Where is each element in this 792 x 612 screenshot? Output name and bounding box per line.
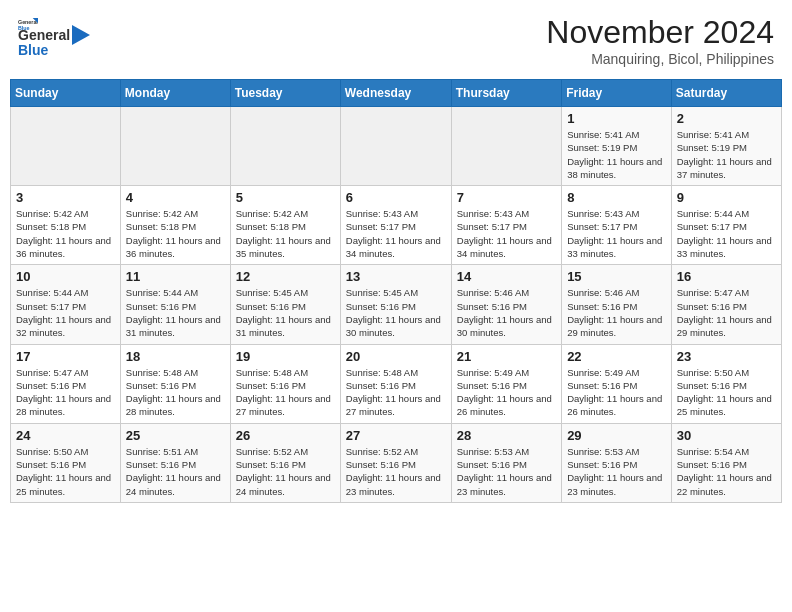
weekday-header: Friday (562, 80, 672, 107)
calendar-cell: 25Sunrise: 5:51 AMSunset: 5:16 PMDayligh… (120, 423, 230, 502)
calendar-cell: 22Sunrise: 5:49 AMSunset: 5:16 PMDayligh… (562, 344, 672, 423)
day-info: Sunrise: 5:42 AMSunset: 5:18 PMDaylight:… (236, 207, 335, 260)
day-info: Sunrise: 5:43 AMSunset: 5:17 PMDaylight:… (567, 207, 666, 260)
day-info: Sunrise: 5:47 AMSunset: 5:16 PMDaylight:… (677, 286, 776, 339)
day-number: 22 (567, 349, 666, 364)
day-number: 17 (16, 349, 115, 364)
calendar-cell: 28Sunrise: 5:53 AMSunset: 5:16 PMDayligh… (451, 423, 561, 502)
day-info: Sunrise: 5:45 AMSunset: 5:16 PMDaylight:… (346, 286, 446, 339)
calendar-cell: 4Sunrise: 5:42 AMSunset: 5:18 PMDaylight… (120, 186, 230, 265)
weekday-header: Monday (120, 80, 230, 107)
day-number: 2 (677, 111, 776, 126)
day-number: 7 (457, 190, 556, 205)
calendar-cell: 23Sunrise: 5:50 AMSunset: 5:16 PMDayligh… (671, 344, 781, 423)
calendar-cell: 15Sunrise: 5:46 AMSunset: 5:16 PMDayligh… (562, 265, 672, 344)
calendar-cell: 27Sunrise: 5:52 AMSunset: 5:16 PMDayligh… (340, 423, 451, 502)
calendar-cell: 11Sunrise: 5:44 AMSunset: 5:16 PMDayligh… (120, 265, 230, 344)
calendar-week-row: 24Sunrise: 5:50 AMSunset: 5:16 PMDayligh… (11, 423, 782, 502)
day-number: 16 (677, 269, 776, 284)
calendar-cell (340, 107, 451, 186)
day-number: 9 (677, 190, 776, 205)
day-info: Sunrise: 5:53 AMSunset: 5:16 PMDaylight:… (457, 445, 556, 498)
day-number: 1 (567, 111, 666, 126)
logo: General Blue General Blue (18, 14, 90, 59)
day-info: Sunrise: 5:50 AMSunset: 5:16 PMDaylight:… (16, 445, 115, 498)
calendar-cell: 19Sunrise: 5:48 AMSunset: 5:16 PMDayligh… (230, 344, 340, 423)
calendar-cell: 26Sunrise: 5:52 AMSunset: 5:16 PMDayligh… (230, 423, 340, 502)
calendar-cell: 2Sunrise: 5:41 AMSunset: 5:19 PMDaylight… (671, 107, 781, 186)
calendar-week-row: 10Sunrise: 5:44 AMSunset: 5:17 PMDayligh… (11, 265, 782, 344)
calendar-cell: 21Sunrise: 5:49 AMSunset: 5:16 PMDayligh… (451, 344, 561, 423)
month-title: November 2024 (546, 14, 774, 51)
day-number: 28 (457, 428, 556, 443)
svg-marker-3 (72, 25, 90, 45)
day-info: Sunrise: 5:43 AMSunset: 5:17 PMDaylight:… (346, 207, 446, 260)
day-info: Sunrise: 5:45 AMSunset: 5:16 PMDaylight:… (236, 286, 335, 339)
page-header: General Blue General Blue November 2024 … (10, 10, 782, 71)
day-number: 18 (126, 349, 225, 364)
day-number: 4 (126, 190, 225, 205)
calendar-cell: 6Sunrise: 5:43 AMSunset: 5:17 PMDaylight… (340, 186, 451, 265)
calendar-cell: 20Sunrise: 5:48 AMSunset: 5:16 PMDayligh… (340, 344, 451, 423)
day-info: Sunrise: 5:44 AMSunset: 5:17 PMDaylight:… (16, 286, 115, 339)
day-info: Sunrise: 5:44 AMSunset: 5:16 PMDaylight:… (126, 286, 225, 339)
day-info: Sunrise: 5:41 AMSunset: 5:19 PMDaylight:… (677, 128, 776, 181)
weekday-header: Saturday (671, 80, 781, 107)
calendar-cell: 16Sunrise: 5:47 AMSunset: 5:16 PMDayligh… (671, 265, 781, 344)
weekday-header: Sunday (11, 80, 121, 107)
calendar-cell: 24Sunrise: 5:50 AMSunset: 5:16 PMDayligh… (11, 423, 121, 502)
calendar-cell: 13Sunrise: 5:45 AMSunset: 5:16 PMDayligh… (340, 265, 451, 344)
day-info: Sunrise: 5:52 AMSunset: 5:16 PMDaylight:… (346, 445, 446, 498)
day-number: 24 (16, 428, 115, 443)
day-number: 21 (457, 349, 556, 364)
weekday-header: Tuesday (230, 80, 340, 107)
calendar-week-row: 1Sunrise: 5:41 AMSunset: 5:19 PMDaylight… (11, 107, 782, 186)
logo-blue: Blue (18, 43, 70, 58)
calendar-cell: 9Sunrise: 5:44 AMSunset: 5:17 PMDaylight… (671, 186, 781, 265)
calendar-cell: 30Sunrise: 5:54 AMSunset: 5:16 PMDayligh… (671, 423, 781, 502)
day-info: Sunrise: 5:42 AMSunset: 5:18 PMDaylight:… (126, 207, 225, 260)
calendar-cell: 3Sunrise: 5:42 AMSunset: 5:18 PMDaylight… (11, 186, 121, 265)
day-info: Sunrise: 5:51 AMSunset: 5:16 PMDaylight:… (126, 445, 225, 498)
day-info: Sunrise: 5:49 AMSunset: 5:16 PMDaylight:… (457, 366, 556, 419)
calendar-cell: 12Sunrise: 5:45 AMSunset: 5:16 PMDayligh… (230, 265, 340, 344)
day-info: Sunrise: 5:43 AMSunset: 5:17 PMDaylight:… (457, 207, 556, 260)
day-info: Sunrise: 5:52 AMSunset: 5:16 PMDaylight:… (236, 445, 335, 498)
day-info: Sunrise: 5:48 AMSunset: 5:16 PMDaylight:… (236, 366, 335, 419)
day-info: Sunrise: 5:42 AMSunset: 5:18 PMDaylight:… (16, 207, 115, 260)
day-info: Sunrise: 5:46 AMSunset: 5:16 PMDaylight:… (567, 286, 666, 339)
calendar-cell (230, 107, 340, 186)
weekday-header: Wednesday (340, 80, 451, 107)
calendar-cell: 14Sunrise: 5:46 AMSunset: 5:16 PMDayligh… (451, 265, 561, 344)
calendar-table: SundayMondayTuesdayWednesdayThursdayFrid… (10, 79, 782, 503)
day-info: Sunrise: 5:48 AMSunset: 5:16 PMDaylight:… (126, 366, 225, 419)
day-number: 30 (677, 428, 776, 443)
calendar-cell: 18Sunrise: 5:48 AMSunset: 5:16 PMDayligh… (120, 344, 230, 423)
day-number: 23 (677, 349, 776, 364)
calendar-week-row: 3Sunrise: 5:42 AMSunset: 5:18 PMDaylight… (11, 186, 782, 265)
day-info: Sunrise: 5:46 AMSunset: 5:16 PMDaylight:… (457, 286, 556, 339)
calendar-cell (120, 107, 230, 186)
calendar-cell: 10Sunrise: 5:44 AMSunset: 5:17 PMDayligh… (11, 265, 121, 344)
day-number: 12 (236, 269, 335, 284)
calendar-cell: 7Sunrise: 5:43 AMSunset: 5:17 PMDaylight… (451, 186, 561, 265)
day-info: Sunrise: 5:53 AMSunset: 5:16 PMDaylight:… (567, 445, 666, 498)
day-number: 13 (346, 269, 446, 284)
day-number: 26 (236, 428, 335, 443)
day-number: 29 (567, 428, 666, 443)
day-number: 11 (126, 269, 225, 284)
calendar-header: SundayMondayTuesdayWednesdayThursdayFrid… (11, 80, 782, 107)
day-info: Sunrise: 5:54 AMSunset: 5:16 PMDaylight:… (677, 445, 776, 498)
day-number: 8 (567, 190, 666, 205)
logo-general: General (18, 28, 70, 43)
day-info: Sunrise: 5:48 AMSunset: 5:16 PMDaylight:… (346, 366, 446, 419)
day-info: Sunrise: 5:50 AMSunset: 5:16 PMDaylight:… (677, 366, 776, 419)
day-number: 14 (457, 269, 556, 284)
day-number: 15 (567, 269, 666, 284)
day-number: 5 (236, 190, 335, 205)
day-number: 27 (346, 428, 446, 443)
day-number: 20 (346, 349, 446, 364)
calendar-cell (11, 107, 121, 186)
calendar-cell: 17Sunrise: 5:47 AMSunset: 5:16 PMDayligh… (11, 344, 121, 423)
location-title: Manquiring, Bicol, Philippines (546, 51, 774, 67)
